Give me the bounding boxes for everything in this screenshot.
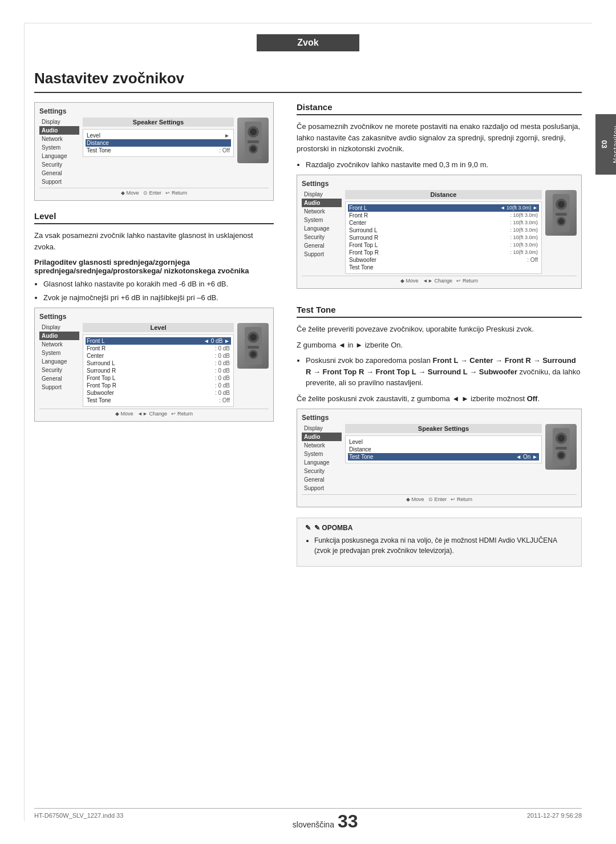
test-tone-p3: Če želite poskusni zvok zaustaviti, z gu…	[297, 393, 582, 405]
distance-bullets: Razdaljo zvočnikov lahko nastavite med 0…	[306, 159, 582, 171]
menu-language-1[interactable]: Language	[39, 152, 79, 160]
level-bullet-1: Glasnost lahko nastavite po korakih med …	[43, 278, 274, 290]
panel-row: Test Tone	[348, 264, 539, 271]
menu-audio-3[interactable]: Audio	[302, 199, 342, 207]
panel-row: Front Top R : 10(ft 3.0m)	[348, 249, 539, 256]
note-title-text: ✎ OPOMBA	[314, 524, 352, 532]
svg-point-20	[558, 435, 565, 442]
menu-language-4[interactable]: Language	[302, 458, 342, 467]
settings-menu-1: Display Audio Network System Language Se…	[39, 118, 79, 186]
menu-support-2[interactable]: Support	[39, 383, 79, 391]
menu-language-2[interactable]: Language	[39, 357, 79, 366]
left-column: Settings Display Audio Network System La…	[34, 102, 274, 583]
menu-system-3[interactable]: System	[302, 216, 342, 224]
menu-security-2[interactable]: Security	[39, 366, 79, 374]
menu-audio-1[interactable]: Audio	[39, 126, 79, 135]
svg-rect-5	[248, 140, 259, 143]
level-desc: Za vsak posamezni zvočnik lahko nastavit…	[34, 230, 274, 252]
settings-box1-title: Settings	[39, 107, 269, 115]
menu-system-2[interactable]: System	[39, 349, 79, 357]
menu-display-2[interactable]: Display	[39, 323, 79, 332]
menu-security-1[interactable]: Security	[39, 160, 79, 169]
menu-network-4[interactable]: Network	[302, 441, 342, 450]
menu-system-4[interactable]: System	[302, 450, 342, 458]
note-bullet-1: Funkcija poskusnega zvoka ni na voljo, č…	[314, 535, 573, 556]
test-tone-p1: Če želite preveriti povezave zvočnikov, …	[297, 324, 582, 335]
distance-p1: Če posameznih zvočnikov ne morete postav…	[297, 121, 582, 155]
page-number-area: slovenščina 33	[293, 812, 358, 830]
test-tone-bullet-1: Poskusni zvok bo zaporedoma poslan Front…	[306, 355, 582, 389]
menu-display-4[interactable]: Display	[302, 424, 342, 433]
panel-4: Level Distance Test Tone ◄ On ►	[345, 435, 542, 463]
note-box: ✎ ✎ OPOMBA Funkcija poskusnega zvoka ni …	[297, 518, 582, 567]
menu-language-3[interactable]: Language	[302, 224, 342, 233]
settings-footer-2: ◆ Move ◄► Change ↩ Return	[39, 409, 269, 417]
panel-row-highlighted: Test Tone ◄ On ►	[348, 453, 539, 461]
menu-security-4[interactable]: Security	[302, 467, 342, 475]
panel-2: Front L ◄ 0 dB ► Front R : 0 dB Center :…	[83, 334, 234, 407]
note-bullets: Funkcija poskusnega zvoka ni na voljo, č…	[314, 535, 573, 556]
panel-row: Center : 0 dB	[86, 352, 231, 360]
speaker-image-1	[237, 118, 269, 163]
menu-display-3[interactable]: Display	[302, 190, 342, 199]
menu-network-3[interactable]: Network	[302, 207, 342, 216]
panel-row: Surround L : 10(ft 3.0m)	[348, 227, 539, 234]
menu-network-2[interactable]: Network	[39, 340, 79, 349]
panel-title-4: Speaker Settings	[345, 424, 542, 433]
page-wrapper: 03 Nastavitev Zvok Nastavitev zvočnikov …	[0, 0, 616, 844]
settings-box2-title: Settings	[39, 313, 269, 321]
tab-text: Nastavitev	[612, 126, 616, 163]
page-footer: HT-D6750W_SLV_1227.indd 33 slovenščina 3…	[34, 808, 582, 830]
panel-row-highlighted: Distance	[86, 139, 231, 147]
tab-number: 03	[600, 140, 609, 148]
panel-row: Front Top L : 10(ft 3.0m)	[348, 241, 539, 249]
menu-network-1[interactable]: Network	[39, 135, 79, 143]
panel-row: Test Tone : Off	[86, 397, 231, 404]
footer-lang: slovenščina	[293, 820, 334, 829]
settings-footer-4: ◆ Move ⊙ Enter ↩ Return	[302, 494, 577, 502]
settings-box4-title: Settings	[302, 414, 577, 422]
svg-rect-23	[556, 447, 567, 450]
speaker-image-2	[237, 323, 269, 369]
panel-row: Front Top L : 0 dB	[86, 374, 231, 382]
svg-point-14	[558, 201, 565, 208]
panel-row: Subwoofer : Off	[348, 256, 539, 264]
distance-section: Distance Če posameznih zvočnikov ne more…	[297, 102, 582, 289]
menu-support-3[interactable]: Support	[302, 250, 342, 259]
panel-row: Surround R : 10(ft 3.0m)	[348, 234, 539, 241]
settings-box3-title: Settings	[302, 180, 577, 188]
panel-row: Front Top R : 0 dB	[86, 382, 231, 389]
margin-line-left	[24, 23, 25, 821]
svg-point-22	[558, 453, 564, 458]
menu-support-4[interactable]: Support	[302, 484, 342, 492]
menu-general-4[interactable]: General	[302, 475, 342, 484]
panel-title-2: Level	[83, 323, 234, 332]
menu-system-1[interactable]: System	[39, 143, 79, 152]
footer-left: HT-D6750W_SLV_1227.indd 33	[34, 812, 123, 830]
level-bullets: Glasnost lahko nastavite po korakih med …	[43, 278, 274, 303]
svg-point-4	[250, 146, 256, 152]
svg-rect-11	[248, 346, 259, 349]
speaker-image-3	[545, 190, 577, 236]
menu-support-1[interactable]: Support	[39, 177, 79, 186]
menu-general-1[interactable]: General	[39, 169, 79, 177]
svg-point-2	[250, 128, 257, 135]
panel-row: Test Tone : Off	[86, 147, 231, 154]
panel-title-3: Distance	[345, 190, 542, 199]
menu-audio-4[interactable]: Audio	[302, 433, 342, 441]
panel-row-highlighted: Front L ◄ 0 dB ►	[86, 337, 231, 345]
settings-box-2: Settings Display Audio Network System La…	[34, 308, 274, 422]
settings-box-4: Settings Display Audio Network System La…	[297, 409, 582, 507]
level-bullet-2: Zvok je najmočnejši pri +6 dB in najšibk…	[43, 292, 274, 304]
menu-security-3[interactable]: Security	[302, 233, 342, 241]
settings-footer-1: ◆ Move ⊙ Enter ↩ Return	[39, 188, 269, 196]
side-tab: 03 Nastavitev	[595, 114, 616, 175]
menu-general-2[interactable]: General	[39, 374, 79, 383]
margin-line-top	[24, 23, 592, 23]
svg-point-10	[250, 352, 256, 357]
menu-audio-2[interactable]: Audio	[39, 332, 79, 340]
note-title: ✎ ✎ OPOMBA	[305, 524, 573, 532]
menu-general-3[interactable]: General	[302, 241, 342, 250]
menu-display-1[interactable]: Display	[39, 118, 79, 126]
svg-rect-17	[556, 213, 567, 216]
